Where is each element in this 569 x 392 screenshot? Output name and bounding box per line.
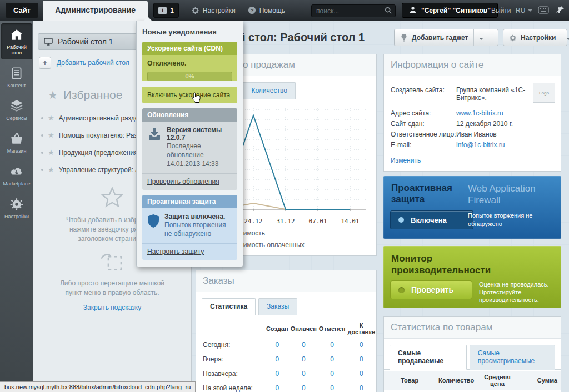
row-label: Вчера:	[196, 352, 265, 366]
site-url-link[interactable]: www.1c-bitrix.ru	[456, 109, 503, 117]
tab-orders[interactable]: Заказы	[258, 298, 297, 315]
cdn-status: Отключено.	[147, 59, 232, 67]
tab-most-viewed[interactable]: Самые просматриваемые	[470, 345, 555, 370]
order-count-link[interactable]: 0	[346, 338, 376, 352]
favorite-label: Административный раздел	[59, 114, 142, 122]
topbar-settings[interactable]: Настройки	[191, 6, 236, 14]
logout-link[interactable]: Выйти	[491, 7, 511, 14]
tab-best-sellers[interactable]: Самые продаваемые	[390, 345, 467, 370]
update-download-icon	[147, 127, 162, 142]
layers-icon	[9, 99, 24, 113]
test-performance-link[interactable]: Протестируйтепроизводительность.	[479, 289, 539, 303]
search-icon[interactable]	[385, 7, 392, 16]
sidebar-item-desktop[interactable]: Рабочий стол	[1, 23, 32, 59]
desktop-settings-label: Настройки	[521, 34, 556, 42]
topbar-help[interactable]: ? Помощь	[248, 6, 285, 14]
drag-handle-icon	[41, 152, 43, 154]
order-count-link[interactable]: 0	[346, 381, 376, 392]
add-gadget-label: Добавить гаджет	[412, 34, 468, 42]
add-gadget-button[interactable]: Добавить гаджет	[394, 29, 498, 46]
security-panel: Проактивная защита Web Application Firew…	[383, 176, 561, 239]
search-input[interactable]	[311, 4, 396, 17]
x-tick-label: 14.01	[341, 218, 359, 225]
column-header: Средняя цена	[477, 371, 517, 390]
order-count-link[interactable]: 0	[265, 352, 290, 366]
gear-icon	[509, 34, 517, 42]
table-row: Вчера: 0 0 0 0	[196, 352, 376, 366]
sidebar-item-content[interactable]: Контент	[1, 62, 32, 92]
order-count-link[interactable]: 0	[346, 366, 376, 381]
order-count-link[interactable]: 0	[318, 366, 347, 381]
hotkeys-icon[interactable]	[538, 6, 549, 16]
add-desktop-link[interactable]: Добавить рабочий стол	[57, 59, 129, 67]
order-count-link[interactable]: 0	[265, 338, 290, 352]
sidebar-item-settings[interactable]: Настройки	[1, 193, 32, 223]
performance-panel-title: Монитор	[391, 253, 553, 264]
field-value: 12 декабря 2010 г.	[456, 120, 513, 128]
chevron-down-icon	[566, 38, 569, 40]
order-count-link[interactable]: 0	[318, 381, 347, 392]
cdn-header: Ускорение сайта (CDN)	[142, 42, 237, 55]
order-count-link[interactable]: 0	[290, 381, 318, 392]
product-qty: 5	[435, 390, 477, 392]
top-bar: Сайт Администрирование i 1 Настройки ? П…	[0, 0, 569, 21]
notification-bubble-icon: i	[158, 7, 167, 14]
user-menu-button[interactable]: "Сергей" "Ситников"	[402, 3, 498, 18]
pin-icon[interactable]	[556, 5, 565, 16]
tab-site[interactable]: Сайт	[6, 3, 38, 18]
tab-quantity[interactable]: Количество	[243, 82, 295, 99]
edit-site-info-link[interactable]: Изменить	[391, 157, 421, 164]
tab-statistics[interactable]: Статистика	[202, 298, 256, 315]
order-count-link[interactable]: 0	[318, 338, 347, 352]
tab-administration[interactable]: Администрирование	[43, 1, 148, 21]
x-tick-label: 24.12	[244, 218, 262, 225]
language-selector[interactable]: RU	[516, 7, 532, 14]
mouse-cursor	[191, 92, 201, 104]
help-icon: ?	[248, 6, 256, 14]
column-header: К доставке	[346, 318, 376, 338]
favorites-title: Избранное	[63, 88, 122, 102]
order-count-link[interactable]: 0	[290, 352, 318, 366]
configure-security-link[interactable]: Настроить защиту	[147, 248, 204, 255]
field-label: E-mail:	[391, 141, 456, 149]
check-performance-button[interactable]: Проверить	[390, 280, 472, 299]
product-stats-widget: Статистика по товарам Самые продаваемые …	[383, 316, 561, 392]
favorite-label: Помощь покупателю: Разде	[59, 132, 145, 139]
check-updates-link[interactable]: Проверить обновления	[147, 178, 219, 185]
order-count-link[interactable]: 0	[318, 352, 347, 366]
chevron-down-icon	[528, 9, 532, 12]
protection-enabled-button[interactable]: Включена	[390, 210, 473, 229]
notification-count: 1	[170, 7, 174, 14]
desktop-settings-button[interactable]: Настройки	[503, 29, 567, 46]
language-label: RU	[516, 7, 525, 14]
notifications-dropdown: Новые уведомления Ускорение сайта (CDN) …	[136, 21, 243, 267]
column-header: Сумма	[517, 371, 561, 390]
main-sidebar: Рабочий стол Контент Сервисы Магазин Mar…	[0, 21, 33, 392]
sidebar-item-label: Настройки	[4, 214, 29, 219]
main-header: Рабочий стол: Рабочий стол 1 Добавить га…	[196, 29, 565, 47]
table-row: Крад 5 54 000 руб 270 000 руб	[384, 390, 561, 392]
sidebar-item-marketplace[interactable]: Marketplace	[1, 160, 32, 190]
updates-notification: Обновления Версия системы 12.0.7 Последн…	[142, 108, 237, 190]
bitrix-admin-page: Сайт Администрирование i 1 Настройки ? П…	[0, 0, 569, 392]
sidebar-item-shop[interactable]: Магазин	[1, 127, 32, 158]
enable-cdn-link[interactable]: Включить ускорение сайта	[147, 91, 230, 99]
sidebar-item-services[interactable]: Сервисы	[1, 94, 32, 125]
close-hint-link[interactable]: Закрыть подсказку	[83, 303, 141, 313]
order-count-link[interactable]: 0	[290, 366, 318, 381]
order-count-link[interactable]: 0	[290, 338, 318, 352]
cdn-progress-bar: 0%	[147, 72, 232, 81]
order-count-link[interactable]: 0	[265, 381, 290, 392]
site-info-title: Информация о сайте	[384, 54, 561, 76]
field-label: Создатель сайта:	[391, 86, 456, 102]
email-link[interactable]: info@1c-bitrix.ru	[456, 141, 505, 149]
widgets-column-right: Информация о сайте Logo Создатель сайта:…	[383, 54, 561, 392]
add-desktop-plus-button[interactable]: +	[39, 57, 51, 69]
row-label: Позавчера:	[196, 366, 265, 381]
order-count-link[interactable]: 0	[265, 366, 290, 381]
favorite-label: Управление структурой: /abo	[59, 166, 148, 174]
notifications-button[interactable]: i 1	[153, 3, 179, 18]
order-count-link[interactable]: 0	[346, 352, 376, 366]
drag-drop-icon	[99, 250, 125, 273]
field-label: Сайт сдан:	[391, 120, 456, 128]
